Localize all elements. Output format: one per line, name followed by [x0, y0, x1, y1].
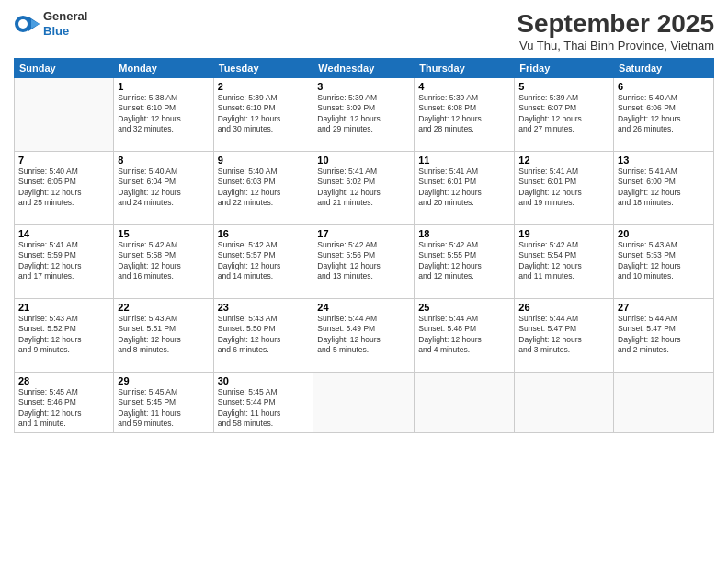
day-number: 4 [418, 81, 510, 92]
calendar-cell: 20Sunrise: 5:43 AM Sunset: 5:53 PM Dayli… [614, 225, 714, 299]
calendar-table: SundayMondayTuesdayWednesdayThursdayFrid… [14, 58, 714, 433]
calendar-cell: 11Sunrise: 5:41 AM Sunset: 6:01 PM Dayli… [415, 152, 515, 225]
day-number: 10 [317, 155, 410, 166]
day-info: Sunrise: 5:45 AM Sunset: 5:46 PM Dayligh… [18, 387, 109, 430]
day-number: 6 [618, 81, 710, 92]
day-number: 20 [618, 228, 710, 239]
day-header-thursday: Thursday [415, 59, 515, 78]
week-row-4: 21Sunrise: 5:43 AM Sunset: 5:52 PM Dayli… [15, 299, 714, 373]
calendar-cell: 16Sunrise: 5:42 AM Sunset: 5:57 PM Dayli… [213, 225, 313, 299]
day-number: 18 [418, 228, 510, 239]
day-number: 3 [317, 81, 410, 92]
day-info: Sunrise: 5:45 AM Sunset: 5:44 PM Dayligh… [218, 387, 310, 430]
day-number: 25 [418, 302, 510, 313]
page-subtitle: Vu Thu, Thai Binh Province, Vietnam [517, 39, 714, 52]
calendar-cell: 27Sunrise: 5:44 AM Sunset: 5:47 PM Dayli… [614, 299, 714, 373]
day-info: Sunrise: 5:42 AM Sunset: 5:57 PM Dayligh… [218, 240, 310, 282]
day-info: Sunrise: 5:40 AM Sunset: 6:06 PM Dayligh… [618, 93, 710, 135]
day-header-sunday: Sunday [15, 59, 114, 78]
day-number: 26 [518, 302, 609, 313]
day-header-monday: Monday [114, 59, 213, 78]
day-number: 22 [118, 302, 209, 313]
logo-general: General [43, 9, 87, 24]
day-info: Sunrise: 5:41 AM Sunset: 6:01 PM Dayligh… [418, 167, 510, 209]
calendar-cell: 24Sunrise: 5:44 AM Sunset: 5:49 PM Dayli… [313, 299, 415, 373]
calendar-cell: 8Sunrise: 5:40 AM Sunset: 6:04 PM Daylig… [114, 152, 213, 225]
calendar-cell: 19Sunrise: 5:42 AM Sunset: 5:54 PM Dayli… [515, 225, 614, 299]
calendar-cell: 4Sunrise: 5:39 AM Sunset: 6:08 PM Daylig… [415, 78, 515, 152]
calendar-cell: 18Sunrise: 5:42 AM Sunset: 5:55 PM Dayli… [415, 225, 515, 299]
day-number: 24 [317, 302, 410, 313]
day-number: 13 [618, 155, 710, 166]
day-info: Sunrise: 5:41 AM Sunset: 5:59 PM Dayligh… [18, 240, 109, 282]
day-number: 29 [118, 375, 209, 386]
day-info: Sunrise: 5:39 AM Sunset: 6:10 PM Dayligh… [218, 93, 310, 135]
calendar-cell: 21Sunrise: 5:43 AM Sunset: 5:52 PM Dayli… [15, 299, 114, 373]
calendar-cell [614, 373, 714, 433]
day-info: Sunrise: 5:38 AM Sunset: 6:10 PM Dayligh… [118, 93, 209, 135]
day-number: 15 [118, 228, 209, 239]
calendar-cell: 17Sunrise: 5:42 AM Sunset: 5:56 PM Dayli… [313, 225, 415, 299]
calendar-cell: 22Sunrise: 5:43 AM Sunset: 5:51 PM Dayli… [114, 299, 213, 373]
calendar-cell [313, 373, 415, 433]
day-number: 19 [518, 228, 609, 239]
calendar-cell [15, 78, 114, 152]
calendar-cell: 5Sunrise: 5:39 AM Sunset: 6:07 PM Daylig… [515, 78, 614, 152]
calendar-cell: 1Sunrise: 5:38 AM Sunset: 6:10 PM Daylig… [114, 78, 213, 152]
day-info: Sunrise: 5:41 AM Sunset: 6:02 PM Dayligh… [317, 167, 410, 209]
day-info: Sunrise: 5:44 AM Sunset: 5:47 PM Dayligh… [618, 314, 710, 356]
day-info: Sunrise: 5:42 AM Sunset: 5:55 PM Dayligh… [418, 240, 510, 282]
calendar-cell: 26Sunrise: 5:44 AM Sunset: 5:47 PM Dayli… [515, 299, 614, 373]
calendar-cell: 3Sunrise: 5:39 AM Sunset: 6:09 PM Daylig… [313, 78, 415, 152]
calendar-cell: 29Sunrise: 5:45 AM Sunset: 5:45 PM Dayli… [114, 373, 213, 433]
calendar-cell: 7Sunrise: 5:40 AM Sunset: 6:05 PM Daylig… [15, 152, 114, 225]
logo: General Blue [14, 9, 87, 38]
day-header-friday: Friday [515, 59, 614, 78]
day-number: 23 [218, 302, 310, 313]
day-number: 28 [18, 375, 109, 386]
calendar-cell: 6Sunrise: 5:40 AM Sunset: 6:06 PM Daylig… [614, 78, 714, 152]
day-info: Sunrise: 5:41 AM Sunset: 6:01 PM Dayligh… [518, 167, 609, 209]
calendar-cell: 9Sunrise: 5:40 AM Sunset: 6:03 PM Daylig… [213, 152, 313, 225]
day-info: Sunrise: 5:43 AM Sunset: 5:52 PM Dayligh… [18, 314, 109, 356]
calendar-page: General Blue September 2025 Vu Thu, Thai… [0, 0, 728, 563]
day-info: Sunrise: 5:40 AM Sunset: 6:05 PM Dayligh… [18, 167, 109, 209]
week-row-2: 7Sunrise: 5:40 AM Sunset: 6:05 PM Daylig… [15, 152, 714, 225]
title-block: September 2025 Vu Thu, Thai Binh Provinc… [517, 9, 714, 52]
day-info: Sunrise: 5:42 AM Sunset: 5:56 PM Dayligh… [317, 240, 410, 282]
page-title: September 2025 [517, 9, 714, 39]
header-row: SundayMondayTuesdayWednesdayThursdayFrid… [15, 59, 714, 78]
week-row-1: 1Sunrise: 5:38 AM Sunset: 6:10 PM Daylig… [15, 78, 714, 152]
day-number: 21 [18, 302, 109, 313]
day-number: 12 [518, 155, 609, 166]
day-info: Sunrise: 5:42 AM Sunset: 5:54 PM Dayligh… [518, 240, 609, 282]
calendar-cell [415, 373, 515, 433]
calendar-cell: 2Sunrise: 5:39 AM Sunset: 6:10 PM Daylig… [213, 78, 313, 152]
day-info: Sunrise: 5:41 AM Sunset: 6:00 PM Dayligh… [618, 167, 710, 209]
day-info: Sunrise: 5:40 AM Sunset: 6:04 PM Dayligh… [118, 167, 209, 209]
day-number: 11 [418, 155, 510, 166]
calendar-cell: 23Sunrise: 5:43 AM Sunset: 5:50 PM Dayli… [213, 299, 313, 373]
day-info: Sunrise: 5:39 AM Sunset: 6:08 PM Dayligh… [418, 93, 510, 135]
calendar-cell: 14Sunrise: 5:41 AM Sunset: 5:59 PM Dayli… [15, 225, 114, 299]
calendar-cell: 12Sunrise: 5:41 AM Sunset: 6:01 PM Dayli… [515, 152, 614, 225]
calendar-cell: 13Sunrise: 5:41 AM Sunset: 6:00 PM Dayli… [614, 152, 714, 225]
day-number: 1 [118, 81, 209, 92]
day-info: Sunrise: 5:43 AM Sunset: 5:53 PM Dayligh… [618, 240, 710, 282]
day-info: Sunrise: 5:44 AM Sunset: 5:49 PM Dayligh… [317, 314, 410, 356]
day-info: Sunrise: 5:42 AM Sunset: 5:58 PM Dayligh… [118, 240, 209, 282]
calendar-cell: 25Sunrise: 5:44 AM Sunset: 5:48 PM Dayli… [415, 299, 515, 373]
day-info: Sunrise: 5:39 AM Sunset: 6:07 PM Dayligh… [518, 93, 609, 135]
day-header-tuesday: Tuesday [213, 59, 313, 78]
calendar-cell: 30Sunrise: 5:45 AM Sunset: 5:44 PM Dayli… [213, 373, 313, 433]
day-info: Sunrise: 5:44 AM Sunset: 5:48 PM Dayligh… [418, 314, 510, 356]
day-number: 7 [18, 155, 109, 166]
day-info: Sunrise: 5:44 AM Sunset: 5:47 PM Dayligh… [518, 314, 609, 356]
day-number: 5 [518, 81, 609, 92]
day-info: Sunrise: 5:43 AM Sunset: 5:51 PM Dayligh… [118, 314, 209, 356]
svg-point-1 [18, 19, 28, 29]
svg-marker-3 [31, 19, 40, 29]
calendar-cell [515, 373, 614, 433]
logo-text: General Blue [43, 9, 87, 38]
day-info: Sunrise: 5:45 AM Sunset: 5:45 PM Dayligh… [118, 387, 209, 430]
